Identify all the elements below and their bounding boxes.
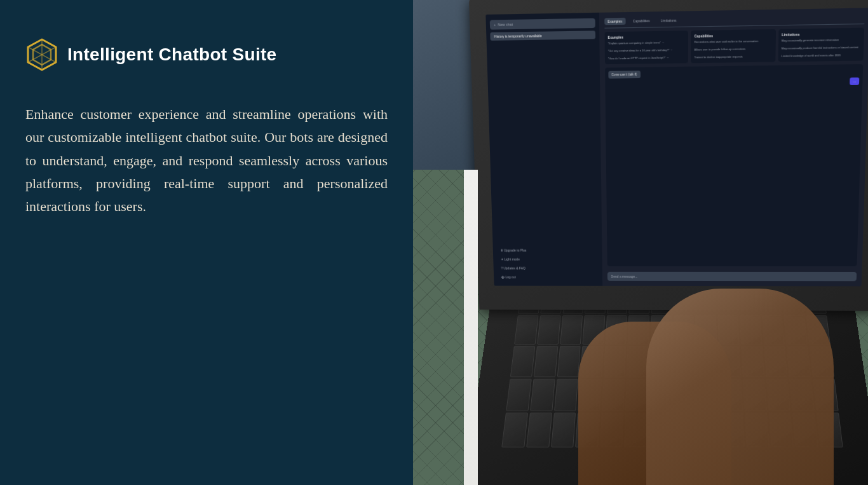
upgrade-item[interactable]: ⬆ Upgrade to Plus <box>497 247 599 254</box>
question-icon: ? <box>501 266 503 270</box>
screen-main: Examples Capabilities Limitations Exampl… <box>599 8 868 287</box>
light-mode-item[interactable]: ☀ Light mode <box>497 256 599 263</box>
right-hand <box>646 289 834 485</box>
screen-chat-area: Come use it (talk if) ... <box>605 64 863 266</box>
screen-header: Examples Capabilities Limitations <box>604 13 865 28</box>
card-limitations: Limitations May occasionally generate in… <box>778 28 864 62</box>
sun-icon: ☀ <box>501 257 503 261</box>
card-capabilities-title: Capabilities <box>695 32 773 38</box>
logo-title: Intelligent Chatbot Suite <box>67 44 277 65</box>
logo-area: Intelligent Chatbot Suite <box>25 38 388 71</box>
description-text: Enhance customer experience and streamli… <box>25 103 388 218</box>
chatbot-logo-icon <box>25 38 58 71</box>
upgrade-icon: ⬆ <box>501 249 503 252</box>
card-limitations-text: May occasionally generate incorrect info… <box>782 38 861 58</box>
screen-cards: Examples "Explain quantum computing in s… <box>604 28 864 64</box>
card-limitations-title: Limitations <box>782 31 860 37</box>
history-text: History is temporarily unavailable <box>494 34 542 39</box>
left-panel: Intelligent Chatbot Suite Enhance custom… <box>0 0 413 485</box>
sidebar-history-item: History is temporarily unavailable <box>490 31 595 41</box>
right-panel: + New chat History is temporarily unavai… <box>413 0 868 485</box>
new-chat-button[interactable]: + New chat <box>490 18 595 30</box>
card-capabilities: Capabilities Remembers what user said ea… <box>691 29 776 63</box>
chat-message-user: ... <box>850 78 859 85</box>
card-examples-text: "Explain quantum computing in simple ter… <box>608 40 685 60</box>
card-examples-title: Examples <box>608 34 685 39</box>
tab-capabilities[interactable]: Capabilities <box>630 17 654 25</box>
laptop-screen-inner: + New chat History is temporarily unavai… <box>485 8 868 287</box>
new-chat-label: New chat <box>498 22 513 27</box>
tab-limitations[interactable]: Limitations <box>657 17 680 24</box>
card-capabilities-text: Remembers what user said earlier in the … <box>694 39 772 59</box>
desk-stripe <box>464 170 478 485</box>
logout-icon: ⏻ <box>501 275 505 279</box>
screen-tabs: Examples Capabilities Limitations <box>604 17 680 25</box>
screen-sidebar: + New chat History is temporarily unavai… <box>485 13 602 287</box>
hands-overlay <box>527 267 868 485</box>
chat-message-bot: Come use it (talk if) <box>608 71 640 78</box>
laptop-screen-outer: + New chat History is temporarily unavai… <box>469 0 868 311</box>
screen-content: + New chat History is temporarily unavai… <box>485 8 868 287</box>
card-examples: Examples "Explain quantum computing in s… <box>604 31 688 64</box>
tab-examples[interactable]: Examples <box>604 18 625 25</box>
plus-icon: + <box>494 23 496 27</box>
